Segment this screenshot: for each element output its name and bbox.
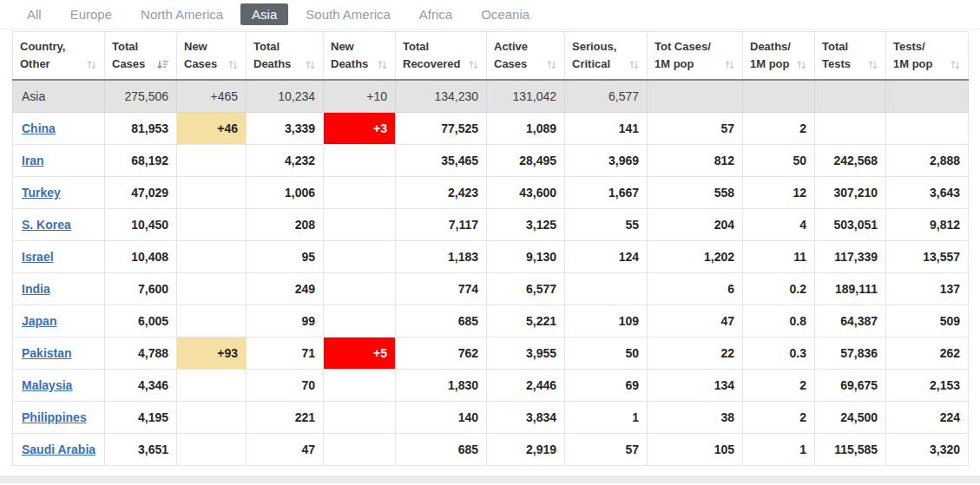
country-link-s-korea[interactable]: S. Korea <box>22 218 71 232</box>
column-header-total-recovered[interactable]: Total Recovered <box>396 32 487 81</box>
tab-north-america[interactable]: North America <box>129 3 234 25</box>
cell-active-cases: 28,495 <box>487 145 565 177</box>
cell-tests-1m-pop <box>886 113 969 145</box>
column-header-new-deaths[interactable]: New Deaths <box>324 32 396 81</box>
cell-total-cases: 7,600 <box>105 273 177 305</box>
column-label: Tot Cases/ 1M pop <box>654 38 711 72</box>
country-link-india[interactable]: India <box>22 282 50 296</box>
cell-total-cases: 4,788 <box>105 338 177 370</box>
column-header-total-cases[interactable]: Total Cases <box>105 32 177 81</box>
cell-total-tests: 307,210 <box>815 177 886 209</box>
country-link-japan[interactable]: Japan <box>22 314 56 328</box>
country-link-china[interactable]: China <box>22 121 56 135</box>
column-label: Country, Other <box>20 38 65 72</box>
cell-total-cases: 4,195 <box>105 402 177 434</box>
cell-total-tests: 242,568 <box>815 145 886 177</box>
cell-tot-cases-1m-pop: 558 <box>648 177 743 209</box>
column-label: New Cases <box>184 38 217 72</box>
sort-up-down-icon <box>227 59 239 72</box>
tab-south-america[interactable]: South America <box>294 3 402 25</box>
table-row-turkey: Turkey47,0291,0062,42343,6001,6675581230… <box>13 177 969 209</box>
cell-new-deaths <box>324 305 396 338</box>
cell-total-recovered: 140 <box>396 402 487 434</box>
cell-new-deaths <box>324 241 396 273</box>
cell-deaths-1m-pop: 50 <box>743 145 815 177</box>
cell-total-deaths: 1,006 <box>247 177 324 209</box>
column-header-deaths-1m-pop[interactable]: Deaths/ 1M pop <box>743 32 815 81</box>
cell-total-tests: 57,836 <box>815 338 886 370</box>
cell-tot-cases-1m-pop: 57 <box>648 113 743 145</box>
column-label: Deaths/ 1M pop <box>750 38 791 72</box>
column-header-serious-critical[interactable]: Serious, Critical <box>565 32 648 81</box>
cell-new-deaths <box>324 177 396 209</box>
cell-new-cases <box>177 305 247 338</box>
cell-active-cases: 3,125 <box>487 209 565 241</box>
cell-total-deaths: 249 <box>247 273 324 305</box>
sort-up-down-icon <box>724 59 735 72</box>
country-link-turkey[interactable]: Turkey <box>22 186 61 200</box>
country-link-malaysia[interactable]: Malaysia <box>22 378 72 392</box>
cell-new-cases <box>177 370 247 402</box>
cell-total-deaths: 10,234 <box>247 80 324 113</box>
sort-up-down-icon <box>546 59 557 72</box>
cell-new-deaths <box>324 402 396 434</box>
tab-oceania[interactable]: Oceania <box>470 3 541 25</box>
cell-new-deaths <box>324 434 396 466</box>
cell-total-recovered: 762 <box>396 338 487 370</box>
column-header-tot-cases-1m-pop[interactable]: Tot Cases/ 1M pop <box>648 32 743 81</box>
cell-total-recovered: 774 <box>396 273 487 305</box>
cell-total-recovered: 7,117 <box>396 209 487 241</box>
cell-tot-cases-1m-pop: 105 <box>648 434 743 466</box>
cell-new-cases: +93 <box>177 338 247 370</box>
country-link-pakistan[interactable]: Pakistan <box>22 346 72 360</box>
cell-total-deaths: 208 <box>247 209 324 241</box>
cell-active-cases: 43,600 <box>487 177 565 209</box>
table-row-china: China81,953+463,339+377,5251,089141572 <box>13 113 969 145</box>
cell-new-cases <box>177 145 247 177</box>
cell-deaths-1m-pop: 1 <box>743 434 815 466</box>
column-label: Total Recovered <box>403 38 460 72</box>
cell-serious-critical: 55 <box>565 209 648 241</box>
table-row-s-korea: S. Korea10,4502087,1173,125552044503,051… <box>13 209 969 241</box>
cell-total-cases: 275,506 <box>105 80 177 113</box>
horizontal-scrollbar[interactable] <box>0 475 980 483</box>
tab-asia[interactable]: Asia <box>240 3 288 25</box>
column-label: Total Cases <box>112 38 145 72</box>
cell-total-deaths: 71 <box>247 338 324 370</box>
column-header-new-cases[interactable]: New Cases <box>177 32 247 81</box>
cell-active-cases: 2,446 <box>487 370 565 402</box>
cell-tests-1m-pop: 137 <box>886 273 969 305</box>
column-header-total-tests[interactable]: Total Tests <box>815 32 886 81</box>
cell-total-recovered: 1,830 <box>396 370 487 402</box>
cell-tests-1m-pop: 9,812 <box>886 209 969 241</box>
cell-new-deaths: +5 <box>324 338 396 370</box>
cell-active-cases: 3,955 <box>487 338 565 370</box>
country-link-saudi-arabia[interactable]: Saudi Arabia <box>22 442 95 456</box>
sort-up-down-icon <box>628 59 640 72</box>
column-header-tests-1m-pop[interactable]: Tests/ 1M pop <box>886 32 969 81</box>
sort-up-down-icon <box>796 59 807 72</box>
countries-table: Country, OtherTotal CasesNew CasesTotal … <box>12 31 969 466</box>
country-link-philippines[interactable]: Philippines <box>22 410 87 424</box>
cell-tests-1m-pop: 3,643 <box>886 177 969 209</box>
country-link-israel[interactable]: Israel <box>22 250 54 264</box>
cell-serious-critical: 1,667 <box>565 177 648 209</box>
column-header-country-other[interactable]: Country, Other <box>13 32 105 81</box>
cell-new-deaths <box>324 273 396 305</box>
column-header-active-cases[interactable]: Active Cases <box>487 32 565 81</box>
cell-new-cases <box>177 402 247 434</box>
cell-total-tests: 115,585 <box>815 434 886 466</box>
cell-deaths-1m-pop: 12 <box>743 177 815 209</box>
tab-all[interactable]: All <box>16 3 53 25</box>
cell-total-tests: 64,387 <box>815 305 886 338</box>
table-row-iran: Iran68,1924,23235,46528,4953,96981250242… <box>13 145 969 177</box>
column-header-total-deaths[interactable]: Total Deaths <box>247 32 324 81</box>
sort-up-down-icon <box>468 59 479 72</box>
cell-total-recovered: 77,525 <box>396 113 487 145</box>
country-link-iran[interactable]: Iran <box>22 154 44 167</box>
cell-total-cases: 10,450 <box>105 209 177 241</box>
tab-africa[interactable]: Africa <box>408 3 464 25</box>
cell-total-deaths: 70 <box>247 370 324 402</box>
cell-deaths-1m-pop: 0.2 <box>743 273 815 305</box>
tab-europe[interactable]: Europe <box>59 3 123 25</box>
